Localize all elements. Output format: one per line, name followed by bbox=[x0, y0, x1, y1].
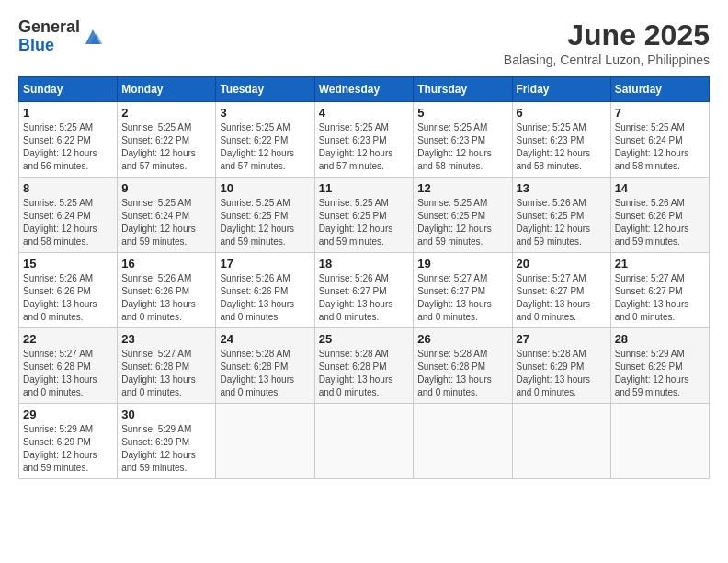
table-row: 25 Sunrise: 5:28 AM Sunset: 6:28 PM Dayl… bbox=[314, 328, 414, 404]
table-row: 3 Sunrise: 5:25 AM Sunset: 6:22 PM Dayli… bbox=[216, 102, 314, 178]
calendar-week-row: 15 Sunrise: 5:26 AM Sunset: 6:26 PM Dayl… bbox=[19, 253, 710, 328]
day-info: Sunrise: 5:29 AM Sunset: 6:29 PM Dayligh… bbox=[121, 423, 211, 475]
header-saturday: Saturday bbox=[610, 77, 709, 102]
table-row bbox=[216, 404, 314, 479]
calendar-week-row: 22 Sunrise: 5:27 AM Sunset: 6:28 PM Dayl… bbox=[19, 328, 710, 404]
day-info: Sunrise: 5:26 AM Sunset: 6:26 PM Dayligh… bbox=[23, 272, 113, 324]
day-info: Sunrise: 5:26 AM Sunset: 6:27 PM Dayligh… bbox=[319, 272, 410, 324]
day-info: Sunrise: 5:28 AM Sunset: 6:28 PM Dayligh… bbox=[220, 348, 310, 399]
day-number: 24 bbox=[220, 332, 310, 346]
day-number: 23 bbox=[121, 332, 211, 346]
day-info: Sunrise: 5:26 AM Sunset: 6:26 PM Dayligh… bbox=[615, 197, 705, 248]
day-number: 30 bbox=[121, 408, 211, 421]
day-info: Sunrise: 5:26 AM Sunset: 6:26 PM Dayligh… bbox=[220, 272, 310, 324]
calendar-week-row: 29 Sunrise: 5:29 AM Sunset: 6:29 PM Dayl… bbox=[19, 404, 710, 479]
day-info: Sunrise: 5:29 AM Sunset: 6:29 PM Dayligh… bbox=[23, 423, 113, 475]
table-row: 28 Sunrise: 5:29 AM Sunset: 6:29 PM Dayl… bbox=[610, 328, 709, 404]
header-sunday: Sunday bbox=[19, 77, 118, 102]
day-number: 19 bbox=[417, 257, 507, 270]
day-number: 8 bbox=[23, 181, 113, 195]
table-row bbox=[314, 404, 414, 479]
table-row: 26 Sunrise: 5:28 AM Sunset: 6:28 PM Dayl… bbox=[414, 328, 512, 404]
day-number: 14 bbox=[615, 181, 705, 195]
day-info: Sunrise: 5:28 AM Sunset: 6:28 PM Dayligh… bbox=[319, 348, 410, 399]
table-row: 6 Sunrise: 5:25 AM Sunset: 6:23 PM Dayli… bbox=[512, 102, 610, 178]
calendar-header-row: Sunday Monday Tuesday Wednesday Thursday… bbox=[19, 77, 710, 102]
logo-icon bbox=[82, 26, 104, 48]
day-info: Sunrise: 5:28 AM Sunset: 6:29 PM Dayligh… bbox=[517, 348, 607, 399]
table-row: 14 Sunrise: 5:26 AM Sunset: 6:26 PM Dayl… bbox=[610, 178, 709, 253]
day-number: 17 bbox=[220, 257, 310, 270]
day-info: Sunrise: 5:25 AM Sunset: 6:24 PM Dayligh… bbox=[121, 197, 211, 248]
day-info: Sunrise: 5:25 AM Sunset: 6:22 PM Dayligh… bbox=[121, 121, 211, 173]
day-info: Sunrise: 5:29 AM Sunset: 6:29 PM Dayligh… bbox=[615, 348, 705, 399]
day-number: 11 bbox=[319, 181, 410, 195]
day-number: 12 bbox=[417, 181, 507, 195]
table-row: 22 Sunrise: 5:27 AM Sunset: 6:28 PM Dayl… bbox=[19, 328, 118, 404]
day-number: 16 bbox=[121, 257, 211, 270]
table-row: 17 Sunrise: 5:26 AM Sunset: 6:26 PM Dayl… bbox=[216, 253, 314, 328]
table-row: 13 Sunrise: 5:26 AM Sunset: 6:25 PM Dayl… bbox=[512, 178, 610, 253]
day-info: Sunrise: 5:27 AM Sunset: 6:28 PM Dayligh… bbox=[121, 348, 211, 399]
day-number: 29 bbox=[23, 408, 113, 421]
table-row: 30 Sunrise: 5:29 AM Sunset: 6:29 PM Dayl… bbox=[118, 404, 216, 479]
header-monday: Monday bbox=[118, 77, 216, 102]
day-number: 9 bbox=[121, 181, 211, 195]
day-number: 18 bbox=[319, 257, 410, 270]
day-info: Sunrise: 5:25 AM Sunset: 6:25 PM Dayligh… bbox=[220, 197, 310, 248]
table-row: 19 Sunrise: 5:27 AM Sunset: 6:27 PM Dayl… bbox=[414, 253, 512, 328]
header-wednesday: Wednesday bbox=[314, 77, 414, 102]
table-row: 24 Sunrise: 5:28 AM Sunset: 6:28 PM Dayl… bbox=[216, 328, 314, 404]
day-info: Sunrise: 5:25 AM Sunset: 6:25 PM Dayligh… bbox=[319, 197, 410, 248]
day-number: 2 bbox=[121, 106, 211, 120]
day-number: 5 bbox=[417, 106, 507, 120]
table-row: 9 Sunrise: 5:25 AM Sunset: 6:24 PM Dayli… bbox=[118, 178, 216, 253]
table-row: 10 Sunrise: 5:25 AM Sunset: 6:25 PM Dayl… bbox=[216, 178, 314, 253]
day-info: Sunrise: 5:25 AM Sunset: 6:22 PM Dayligh… bbox=[220, 121, 310, 173]
calendar-week-row: 1 Sunrise: 5:25 AM Sunset: 6:22 PM Dayli… bbox=[19, 102, 710, 178]
day-number: 21 bbox=[615, 257, 705, 270]
day-number: 3 bbox=[220, 106, 310, 120]
day-info: Sunrise: 5:25 AM Sunset: 6:23 PM Dayligh… bbox=[417, 121, 507, 173]
day-info: Sunrise: 5:26 AM Sunset: 6:25 PM Dayligh… bbox=[517, 197, 607, 248]
day-number: 27 bbox=[517, 332, 607, 346]
day-number: 4 bbox=[319, 106, 410, 120]
logo[interactable]: General Blue bbox=[18, 18, 104, 55]
table-row bbox=[512, 404, 610, 479]
table-row: 4 Sunrise: 5:25 AM Sunset: 6:23 PM Dayli… bbox=[314, 102, 414, 178]
day-number: 15 bbox=[23, 257, 113, 270]
table-row bbox=[610, 404, 709, 479]
table-row bbox=[414, 404, 512, 479]
day-info: Sunrise: 5:27 AM Sunset: 6:27 PM Dayligh… bbox=[517, 272, 607, 324]
day-info: Sunrise: 5:27 AM Sunset: 6:28 PM Dayligh… bbox=[23, 348, 113, 399]
day-info: Sunrise: 5:25 AM Sunset: 6:24 PM Dayligh… bbox=[23, 197, 113, 248]
header-thursday: Thursday bbox=[414, 77, 512, 102]
header-tuesday: Tuesday bbox=[216, 77, 314, 102]
location-subtitle: Balasing, Central Luzon, Philippines bbox=[504, 52, 710, 67]
day-number: 25 bbox=[319, 332, 410, 346]
table-row: 20 Sunrise: 5:27 AM Sunset: 6:27 PM Dayl… bbox=[512, 253, 610, 328]
day-info: Sunrise: 5:25 AM Sunset: 6:24 PM Dayligh… bbox=[615, 121, 705, 173]
title-area: June 2025 Balasing, Central Luzon, Phili… bbox=[504, 18, 710, 67]
page-header: General Blue June 2025 Balasing, Central… bbox=[18, 18, 710, 67]
table-row: 29 Sunrise: 5:29 AM Sunset: 6:29 PM Dayl… bbox=[19, 404, 118, 479]
table-row: 2 Sunrise: 5:25 AM Sunset: 6:22 PM Dayli… bbox=[118, 102, 216, 178]
day-info: Sunrise: 5:25 AM Sunset: 6:23 PM Dayligh… bbox=[517, 121, 607, 173]
table-row: 27 Sunrise: 5:28 AM Sunset: 6:29 PM Dayl… bbox=[512, 328, 610, 404]
table-row: 7 Sunrise: 5:25 AM Sunset: 6:24 PM Dayli… bbox=[610, 102, 709, 178]
table-row: 15 Sunrise: 5:26 AM Sunset: 6:26 PM Dayl… bbox=[19, 253, 118, 328]
day-number: 28 bbox=[615, 332, 705, 346]
day-number: 13 bbox=[517, 181, 607, 195]
calendar-table: Sunday Monday Tuesday Wednesday Thursday… bbox=[18, 76, 710, 479]
table-row: 16 Sunrise: 5:26 AM Sunset: 6:26 PM Dayl… bbox=[118, 253, 216, 328]
day-number: 10 bbox=[220, 181, 310, 195]
table-row: 1 Sunrise: 5:25 AM Sunset: 6:22 PM Dayli… bbox=[19, 102, 118, 178]
table-row: 23 Sunrise: 5:27 AM Sunset: 6:28 PM Dayl… bbox=[118, 328, 216, 404]
table-row: 5 Sunrise: 5:25 AM Sunset: 6:23 PM Dayli… bbox=[414, 102, 512, 178]
table-row: 11 Sunrise: 5:25 AM Sunset: 6:25 PM Dayl… bbox=[314, 178, 414, 253]
day-number: 22 bbox=[23, 332, 113, 346]
day-info: Sunrise: 5:26 AM Sunset: 6:26 PM Dayligh… bbox=[121, 272, 211, 324]
day-info: Sunrise: 5:25 AM Sunset: 6:23 PM Dayligh… bbox=[319, 121, 410, 173]
table-row: 12 Sunrise: 5:25 AM Sunset: 6:25 PM Dayl… bbox=[414, 178, 512, 253]
day-number: 26 bbox=[417, 332, 507, 346]
